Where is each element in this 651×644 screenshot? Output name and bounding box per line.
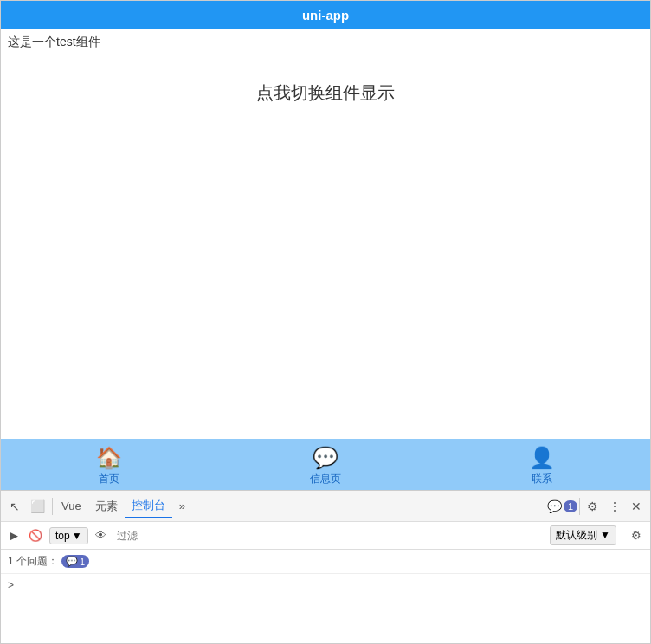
filter-settings-icon: ⚙ [631,529,641,542]
tab-vue[interactable]: Vue [55,496,88,516]
divider-filter [622,527,622,544]
devtools-panel: ↖ ⬜ Vue 元素 控制台 » 💬 1 ⚙ [1,490,650,643]
devtools-topbar: ↖ ⬜ Vue 元素 控制台 » 💬 1 ⚙ [1,491,650,522]
console-badge-container: 💬 1 [547,499,577,513]
devtools-filterbar: ▶ 🚫 top ▼ 👁 默认级别 ▼ [1,522,650,550]
context-dropdown-label: top [55,530,70,542]
log-expand-chevron[interactable]: > [8,579,14,591]
cursor-icon: ↖ [10,499,20,513]
contact-icon: 👤 [529,446,555,470]
tab-console[interactable]: 控制台 [125,494,172,518]
more-options-button[interactable]: ⋮ [603,496,626,517]
block-button[interactable]: 🚫 [25,527,46,544]
nav-bar: 🏠 首页 💬 信息页 👤 联系 [1,439,650,490]
level-dropdown-label: 默认级别 [556,529,597,541]
block-icon: 🚫 [29,529,42,542]
issues-count: 1 [80,557,85,567]
divider-1 [52,498,53,515]
app-top-label: 这是一个test组件 [1,29,650,55]
nav-label-message: 信息页 [310,472,341,486]
tab-elements[interactable]: 元素 [88,495,125,518]
browser-window: uni-app 这是一个test组件 点我切换组件显示 🏠 首页 💬 信息页 👤… [0,0,651,644]
issues-badge: 💬 1 [61,555,89,568]
context-dropdown[interactable]: top ▼ [49,527,88,544]
play-button[interactable]: ▶ [6,527,22,544]
play-icon: ▶ [10,529,18,542]
chevron-down-icon: ▼ [72,530,82,542]
box-tool-button[interactable]: ⬜ [25,496,50,517]
console-message-icon: 💬 [547,499,562,513]
app-main-content: 点我切换组件显示 [1,55,650,404]
level-dropdown[interactable]: 默认级别 ▼ [550,525,616,545]
settings-icon: ⚙ [587,499,598,513]
issues-text: 1 个问题： [8,554,58,569]
box-icon: ⬜ [30,499,45,513]
close-devtools-button[interactable]: ✕ [626,496,647,517]
more-icon: ⋮ [609,499,621,513]
nav-label-home: 首页 [99,472,119,486]
app-area: 这是一个test组件 点我切换组件显示 🏠 首页 💬 信息页 👤 联系 [1,29,650,643]
nav-item-contact[interactable]: 👤 联系 [507,446,577,486]
message-icon: 💬 [313,446,338,470]
devtools-issuesbar: 1 个问题： 💬 1 [1,550,650,574]
title-text: uni-app [302,8,349,23]
home-icon: 🏠 [96,446,122,470]
eye-icon: 👁 [95,529,106,542]
nav-item-message[interactable]: 💬 信息页 [291,446,360,486]
title-bar: uni-app [1,1,650,29]
content-spacer [1,404,650,439]
settings-button[interactable]: ⚙ [582,496,603,517]
filter-settings-button[interactable]: ⚙ [628,527,645,544]
divider-2 [579,498,580,515]
console-badge: 1 [564,500,577,512]
close-icon: ✕ [631,499,641,513]
devtools-log[interactable]: > [1,574,650,643]
eye-button[interactable]: 👁 [92,527,110,544]
cursor-tool-button[interactable]: ↖ [4,496,25,517]
filter-input[interactable] [113,530,546,542]
nav-label-contact: 联系 [532,472,552,486]
nav-item-home[interactable]: 🏠 首页 [74,446,144,486]
level-chevron-icon: ▼ [600,529,610,541]
tab-more[interactable]: » [172,496,192,516]
switch-component-button[interactable]: 点我切换组件显示 [239,73,412,113]
issues-msg-icon: 💬 [66,556,78,567]
